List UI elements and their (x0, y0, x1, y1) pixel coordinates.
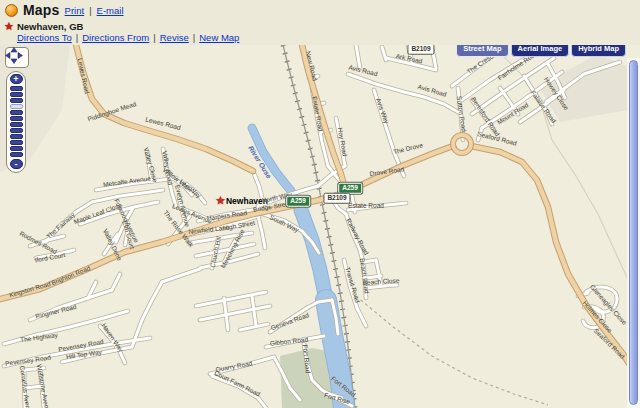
pan-arrows-icon (5, 47, 23, 64)
road-label: Estate Road (348, 203, 384, 210)
zoom-level-3[interactable] (10, 104, 23, 109)
header-separator: | (89, 5, 91, 16)
zoom-level-7[interactable] (10, 128, 23, 133)
footpath-dashed (356, 296, 548, 405)
zoom-level-11[interactable] (10, 152, 23, 157)
route-shield-a259: A259 (338, 183, 362, 194)
header: Maps Print | E-mail ★ Newhaven, GB Direc… (0, 0, 640, 45)
location-link-revise[interactable]: Revise (160, 32, 189, 43)
zoom-level-8[interactable] (10, 134, 23, 139)
map-viewport[interactable]: Lewes RoadPiddinghoe MeadLewes RoadNew R… (0, 45, 640, 408)
title-row: Maps Print | E-mail (5, 2, 124, 18)
email-link[interactable]: E-mail (97, 5, 124, 16)
location-links: Directions To|Directions From|Revise|New… (17, 32, 239, 43)
zoom-level-1[interactable] (10, 92, 23, 97)
zoom-level-10[interactable] (10, 146, 23, 151)
location-link-directions-to[interactable]: Directions To (17, 32, 72, 43)
map-type-button-hybrid-map[interactable]: Hybrid Map (571, 45, 626, 57)
zoom-out-button[interactable]: - (10, 159, 23, 169)
link-separator: | (193, 32, 195, 43)
scrollbar-thumb[interactable] (629, 60, 638, 405)
zoom-level-2[interactable] (10, 98, 23, 103)
location-link-new-map[interactable]: New Map (199, 32, 239, 43)
location-row: ★ Newhaven, GB (4, 21, 83, 32)
route-shield-b2109: B2109 (407, 45, 434, 54)
zoom-levels (10, 86, 23, 157)
route-shield-a259: A259 (286, 196, 310, 207)
location-link-directions-from[interactable]: Directions From (82, 32, 149, 43)
zoom-level-6[interactable] (10, 122, 23, 127)
maps-app-icon (5, 4, 18, 17)
location-star-icon: ★ (4, 21, 14, 32)
pan-zoom-control: + - (5, 47, 29, 173)
route-shield-b2109: B2109 (323, 193, 350, 204)
map-type-button-aerial-image[interactable]: Aerial Image (511, 45, 570, 57)
pan-control[interactable] (5, 47, 29, 68)
link-separator: | (76, 32, 78, 43)
roundabout (453, 135, 471, 153)
zoom-level-4[interactable] (10, 110, 23, 115)
app-title: Maps (23, 2, 60, 18)
map-type-switcher: Street MapAerial ImageHybrid Map (456, 45, 626, 57)
map-type-button-street-map[interactable]: Street Map (456, 45, 508, 57)
print-link[interactable]: Print (65, 5, 85, 16)
maps-window: Maps Print | E-mail ★ Newhaven, GB Direc… (0, 0, 640, 408)
vertical-scrollbar[interactable] (627, 58, 640, 408)
zoom-level-9[interactable] (10, 140, 23, 145)
zoom-level-0[interactable] (10, 86, 23, 91)
location-name: Newhaven, GB (17, 21, 84, 32)
link-separator: | (153, 32, 155, 43)
location-marker-icon: ★ (216, 196, 225, 206)
zoom-bar: + - (6, 71, 26, 173)
zoom-in-button[interactable]: + (10, 74, 23, 84)
zoom-level-5[interactable] (10, 116, 23, 121)
